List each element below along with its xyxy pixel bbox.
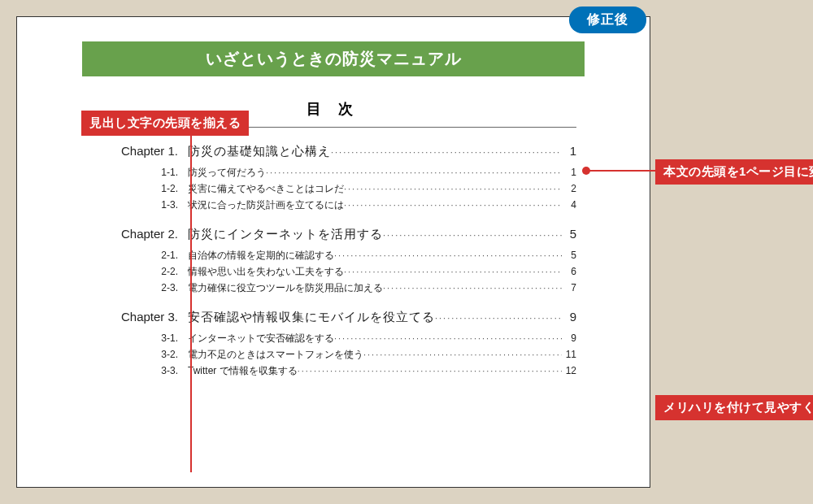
leader-dots: [363, 350, 562, 359]
toc-item: 1-3.状況に合った防災計画を立てるには4: [90, 198, 576, 212]
chapter-title: 安否確認や情報収集にモバイルを役立てる: [188, 310, 435, 325]
chapter-label: Chapter 3.: [90, 310, 188, 324]
toc-item: 1-2.災害に備えてやるべきことはコレだ2: [90, 182, 576, 196]
leader-dots: [383, 283, 562, 293]
toc-item: 3-3.Twitter で情報を収集する12: [90, 364, 576, 378]
callout-align-heading: 見出し文字の先頭を揃える: [81, 111, 249, 136]
chapter-page: 9: [562, 310, 576, 324]
alignment-guideline: [190, 131, 192, 472]
item-title: Twitter で情報を収集する: [188, 364, 298, 378]
item-page: 4: [562, 199, 576, 211]
item-page: 11: [562, 349, 576, 360]
item-page: 1: [562, 167, 576, 178]
leader-dots: [383, 230, 562, 240]
item-title: 状況に合った防災計画を立てるには: [188, 198, 344, 212]
revision-badge: 修正後: [569, 7, 646, 33]
toc-chapter: Chapter 1.防災の基礎知識と心構え1: [90, 144, 576, 159]
item-page: 2: [562, 183, 576, 194]
toc-chapter: Chapter 3.安否確認や情報収集にモバイルを役立てる9: [90, 310, 576, 325]
chapter-label: Chapter 2.: [90, 227, 188, 241]
item-label: 3-1.: [90, 332, 188, 344]
leader-dots: [344, 267, 562, 276]
toc-item: 3-2.電力不足のときはスマートフォンを使う11: [90, 348, 576, 362]
item-page: 7: [562, 282, 576, 293]
chapter-page: 1: [562, 144, 576, 158]
toc-item: 2-3.電力確保に役立つツールを防災用品に加える7: [90, 281, 576, 295]
document-page: いざというときの防災マニュアル 目 次 Chapter 1.防災の基礎知識と心構…: [16, 16, 650, 488]
item-page: 6: [562, 266, 576, 277]
toc-item: 3-1.インターネットで安否確認をする9: [90, 332, 576, 345]
callout-page-one: 本文の先頭を1ページ目に変更: [655, 159, 813, 185]
item-label: 3-2.: [90, 349, 188, 360]
item-label: 1-1.: [90, 167, 188, 178]
item-title: 情報や思い出を失わない工夫をする: [188, 265, 344, 279]
item-label: 3-3.: [90, 365, 188, 376]
leader-dots: [344, 200, 562, 210]
item-label: 1-2.: [90, 183, 188, 194]
item-label: 2-1.: [90, 250, 188, 261]
chapter-page: 5: [562, 227, 576, 241]
item-title: 自治体の情報を定期的に確認する: [188, 249, 334, 263]
item-label: 2-2.: [90, 266, 188, 277]
item-title: 防災って何だろう: [188, 166, 266, 180]
leader-dots: [334, 333, 562, 343]
item-title: 電力確保に役立つツールを防災用品に加える: [188, 281, 383, 295]
callout-dot: [582, 167, 590, 175]
leader-dots: [344, 184, 562, 193]
toc-item: 2-2.情報や思い出を失わない工夫をする6: [90, 265, 576, 279]
chapter-title: 防災にインターネットを活用する: [188, 227, 383, 242]
leader-dots: [334, 250, 562, 260]
item-label: 1-3.: [90, 199, 188, 211]
toc-item: 1-1.防災って何だろう1: [90, 166, 576, 180]
leader-dots: [266, 167, 562, 177]
callout-contrast: メリハリを付けて見やすく: [655, 395, 813, 420]
leader-dots: [331, 147, 562, 157]
item-title: 電力不足のときはスマートフォンを使う: [188, 348, 363, 362]
toc-item: 2-1.自治体の情報を定期的に確認する5: [90, 249, 576, 263]
leader-dots: [298, 366, 562, 376]
chapter-label: Chapter 1.: [90, 144, 188, 158]
item-page: 5: [562, 250, 576, 261]
item-page: 9: [562, 332, 576, 344]
toc-chapter: Chapter 2.防災にインターネットを活用する5: [90, 227, 576, 242]
item-label: 2-3.: [90, 282, 188, 293]
callout-leader: [589, 170, 655, 172]
item-page: 12: [562, 365, 576, 376]
leader-dots: [435, 313, 562, 323]
toc-body: Chapter 1.防災の基礎知識と心構え11-1.防災って何だろう11-2.災…: [90, 144, 576, 378]
item-title: インターネットで安否確認をする: [188, 332, 334, 345]
doc-title-banner: いざというときの防災マニュアル: [82, 41, 585, 76]
chapter-title: 防災の基礎知識と心構え: [188, 144, 331, 159]
item-title: 災害に備えてやるべきことはコレだ: [188, 182, 344, 196]
